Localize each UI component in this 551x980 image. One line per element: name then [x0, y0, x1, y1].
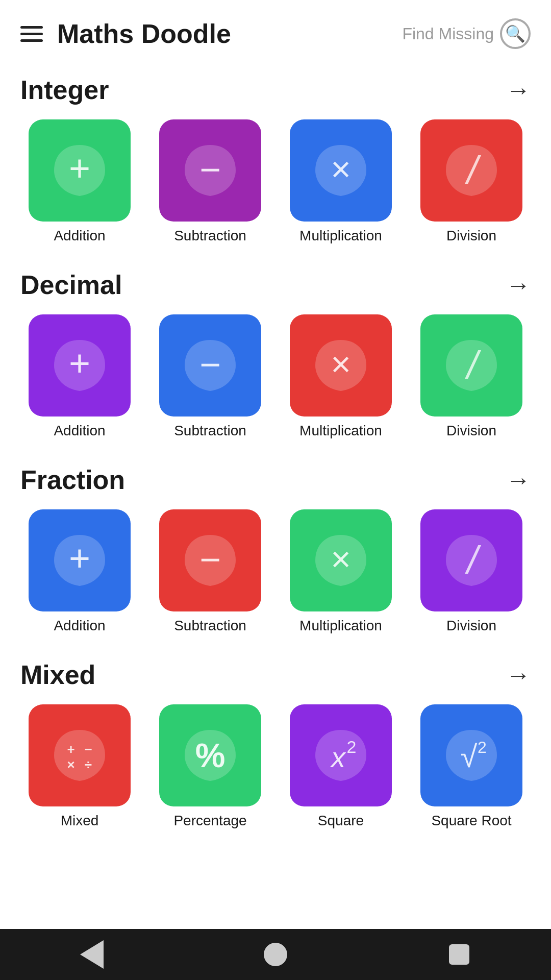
mixed-sqroot-card[interactable]: √ 2 Square Root — [412, 704, 531, 829]
svg-text:−: − — [84, 742, 92, 757]
integer-division-card[interactable]: / Division — [412, 119, 531, 244]
svg-text:√: √ — [461, 740, 478, 774]
nav-home-button[interactable] — [260, 939, 291, 970]
decimal-addition-icon: + — [29, 314, 131, 416]
section-decimal-header: Decimal → — [20, 270, 531, 300]
home-icon — [264, 943, 287, 966]
integer-addition-icon: + — [29, 119, 131, 222]
svg-text:−: − — [199, 344, 221, 385]
svg-text:2: 2 — [478, 738, 487, 756]
integer-subtraction-card[interactable]: − Subtraction — [151, 119, 269, 244]
section-decimal: Decimal → + Addition − — [0, 254, 551, 449]
decimal-multiplication-icon: × — [290, 314, 392, 416]
nav-recent-button[interactable] — [444, 939, 474, 970]
bottom-navigation — [0, 929, 551, 980]
section-fraction-header: Fraction → — [20, 464, 531, 495]
decimal-division-label: Division — [446, 423, 496, 439]
mixed-square-card[interactable]: x 2 Square — [282, 704, 400, 829]
mixed-mixed-icon: + − × ÷ — [29, 704, 131, 806]
mixed-percentage-card[interactable]: % Percentage — [151, 704, 269, 829]
section-fraction: Fraction → + Addition − — [0, 449, 551, 644]
recent-icon — [449, 944, 469, 965]
decimal-division-icon: / — [420, 314, 522, 416]
integer-division-icon: / — [420, 119, 522, 222]
svg-text:+: + — [69, 148, 90, 188]
decimal-subtraction-card[interactable]: − Subtraction — [151, 314, 269, 439]
svg-text:−: − — [199, 539, 221, 580]
section-integer-title: Integer — [20, 75, 109, 105]
svg-text:+: + — [67, 742, 74, 757]
section-mixed-arrow[interactable]: → — [506, 661, 531, 689]
decimal-multiplication-label: Multiplication — [299, 423, 382, 439]
menu-button[interactable] — [20, 26, 43, 42]
decimal-multiplication-card[interactable]: × Multiplication — [282, 314, 400, 439]
decimal-addition-card[interactable]: + Addition — [20, 314, 139, 439]
svg-text:×: × — [331, 150, 351, 188]
mixed-sqroot-icon: √ 2 — [420, 704, 522, 806]
svg-text:−: − — [199, 149, 221, 190]
svg-text:×: × — [67, 757, 74, 772]
svg-text:x: x — [330, 741, 346, 773]
mixed-mixed-card[interactable]: + − × ÷ Mixed — [20, 704, 139, 829]
search-icon: 🔍 — [500, 18, 531, 49]
integer-addition-card[interactable]: + Addition — [20, 119, 139, 244]
fraction-division-card[interactable]: / Division — [412, 509, 531, 634]
section-integer: Integer → + Addition − — [0, 59, 551, 254]
section-integer-header: Integer → — [20, 75, 531, 105]
find-missing-label: Find Missing — [402, 24, 494, 43]
decimal-subtraction-label: Subtraction — [174, 423, 246, 439]
fraction-subtraction-label: Subtraction — [174, 618, 246, 634]
svg-text:%: % — [195, 737, 226, 774]
fraction-multiplication-card[interactable]: × Multiplication — [282, 509, 400, 634]
section-decimal-title: Decimal — [20, 270, 122, 300]
mixed-sqroot-label: Square Root — [431, 813, 511, 829]
integer-multiplication-label: Multiplication — [299, 228, 382, 244]
decimal-subtraction-icon: − — [159, 314, 261, 416]
mixed-percentage-label: Percentage — [173, 813, 246, 829]
main-content: Integer → + Addition − — [0, 59, 551, 895]
section-mixed-title: Mixed — [20, 659, 95, 690]
fraction-addition-icon: + — [29, 509, 131, 611]
decimal-division-card[interactable]: / Division — [412, 314, 531, 439]
mixed-square-label: Square — [318, 813, 364, 829]
integer-multiplication-card[interactable]: × Multiplication — [282, 119, 400, 244]
svg-text:+: + — [69, 537, 90, 578]
section-mixed: Mixed → + − × ÷ Mixed — [0, 644, 551, 839]
mixed-square-icon: x 2 — [290, 704, 392, 806]
app-title: Maths Doodle — [57, 18, 402, 49]
app-header: Maths Doodle Find Missing 🔍 — [0, 0, 551, 59]
mixed-grid: + − × ÷ Mixed % Percentage — [20, 704, 531, 829]
section-integer-arrow[interactable]: → — [506, 76, 531, 104]
fraction-division-label: Division — [446, 618, 496, 634]
fraction-multiplication-label: Multiplication — [299, 618, 382, 634]
find-missing-button[interactable]: Find Missing 🔍 — [402, 18, 531, 49]
back-icon — [80, 940, 104, 969]
section-fraction-arrow[interactable]: → — [506, 466, 531, 494]
section-mixed-header: Mixed → — [20, 659, 531, 690]
decimal-addition-label: Addition — [54, 423, 105, 439]
svg-text:×: × — [331, 345, 351, 383]
nav-back-button[interactable] — [77, 939, 107, 970]
fraction-addition-card[interactable]: + Addition — [20, 509, 139, 634]
mixed-mixed-label: Mixed — [61, 813, 99, 829]
fraction-addition-label: Addition — [54, 618, 105, 634]
svg-text:×: × — [331, 540, 351, 578]
svg-text:2: 2 — [347, 737, 357, 756]
decimal-grid: + Addition − Subtraction × — [20, 314, 531, 439]
integer-addition-label: Addition — [54, 228, 105, 244]
svg-text:+: + — [69, 342, 90, 383]
integer-subtraction-label: Subtraction — [174, 228, 246, 244]
fraction-subtraction-icon: − — [159, 509, 261, 611]
integer-division-label: Division — [446, 228, 496, 244]
section-decimal-arrow[interactable]: → — [506, 271, 531, 299]
integer-subtraction-icon: − — [159, 119, 261, 222]
mixed-percentage-icon: % — [159, 704, 261, 806]
fraction-division-icon: / — [420, 509, 522, 611]
fraction-multiplication-icon: × — [290, 509, 392, 611]
integer-grid: + Addition − Subtraction × — [20, 119, 531, 244]
section-fraction-title: Fraction — [20, 464, 125, 495]
svg-text:÷: ÷ — [85, 757, 92, 772]
integer-multiplication-icon: × — [290, 119, 392, 222]
fraction-subtraction-card[interactable]: − Subtraction — [151, 509, 269, 634]
fraction-grid: + Addition − Subtraction × — [20, 509, 531, 634]
